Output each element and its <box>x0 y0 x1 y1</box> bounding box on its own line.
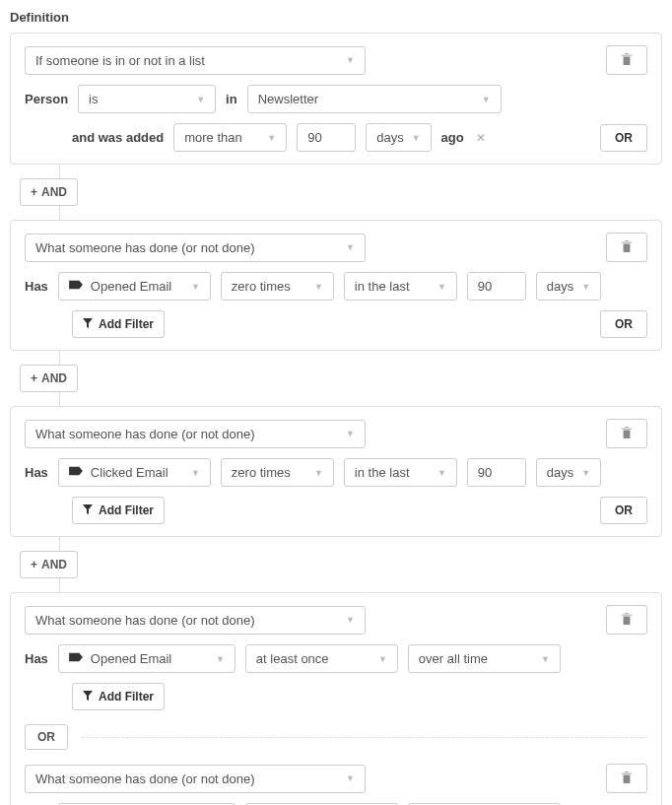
event-label: Opened Email <box>91 279 171 294</box>
unit-label: days <box>376 130 403 145</box>
trash-icon <box>621 771 633 787</box>
filter-icon <box>83 317 93 331</box>
connector-line <box>59 206 60 220</box>
plus-icon: + <box>31 371 37 385</box>
frequency-label: zero times <box>232 279 291 294</box>
tag-icon <box>69 651 83 666</box>
range-label: over all time <box>419 651 488 666</box>
frequency-select[interactable]: zero times ▼ <box>221 458 334 487</box>
in-label: in <box>226 92 237 106</box>
trash-icon <box>621 239 633 256</box>
event-label: Opened Email <box>91 651 171 666</box>
add-filter-button[interactable]: Add Filter <box>72 497 165 524</box>
connector-line <box>59 351 60 365</box>
range-label: in the last <box>355 279 410 294</box>
chevron-down-icon: ▼ <box>216 654 225 664</box>
delete-button[interactable] <box>606 45 647 75</box>
and-button[interactable]: +AND <box>20 178 78 206</box>
chevron-down-icon: ▼ <box>191 282 200 292</box>
condition-type-select[interactable]: What someone has done (or not done) ▼ <box>25 765 366 793</box>
condition-type-label: What someone has done (or not done) <box>35 771 255 786</box>
condition-type-select[interactable]: What someone has done (or not done) ▼ <box>25 420 366 448</box>
chevron-down-icon: ▼ <box>437 468 446 478</box>
delete-button[interactable] <box>606 233 647 262</box>
frequency-select[interactable]: zero times ▼ <box>221 272 334 301</box>
trash-icon <box>621 52 633 69</box>
is-select[interactable]: is ▼ <box>78 85 216 113</box>
added-label: and was added <box>72 130 164 145</box>
connector-line <box>59 392 60 406</box>
chevron-down-icon: ▼ <box>482 95 491 104</box>
range-select[interactable]: in the last ▼ <box>344 458 457 487</box>
chevron-down-icon: ▼ <box>191 468 200 478</box>
add-filter-button[interactable]: Add Filter <box>72 310 165 338</box>
chevron-down-icon: ▼ <box>581 282 590 292</box>
add-filter-button[interactable]: Add Filter <box>72 683 165 710</box>
or-button[interactable]: OR <box>600 310 647 338</box>
delete-button[interactable] <box>606 764 647 793</box>
or-divider: OR <box>25 724 647 750</box>
event-select[interactable]: Opened Email ▼ <box>58 272 211 301</box>
connector-line <box>59 578 60 592</box>
page-title: Definition <box>10 10 662 25</box>
frequency-select[interactable]: at least once ▼ <box>245 644 398 673</box>
value-input[interactable] <box>467 272 526 301</box>
chevron-down-icon: ▼ <box>437 282 446 292</box>
and-button[interactable]: +AND <box>20 365 78 392</box>
event-select[interactable]: Opened Email ▼ <box>58 644 235 673</box>
chevron-down-icon: ▼ <box>314 282 323 292</box>
condition-type-select[interactable]: What someone has done (or not done) ▼ <box>25 234 366 262</box>
comparator-label: more than <box>184 130 242 145</box>
chevron-down-icon: ▼ <box>346 773 355 783</box>
comparator-select[interactable]: more than ▼ <box>173 123 287 152</box>
list-label: Newsletter <box>258 92 318 106</box>
has-label: Has <box>25 465 48 480</box>
condition-type-select[interactable]: If someone is in or not in a list ▼ <box>25 46 366 75</box>
chevron-down-icon: ▼ <box>267 133 276 143</box>
chevron-down-icon: ▼ <box>378 654 387 664</box>
person-label: Person <box>25 92 68 106</box>
unit-select[interactable]: days ▼ <box>536 272 601 301</box>
connector-line <box>59 537 60 551</box>
condition-block-2: What someone has done (or not done) ▼ Ha… <box>10 220 662 351</box>
chevron-down-icon: ▼ <box>196 95 205 104</box>
event-label: Clicked Email <box>91 465 168 480</box>
or-button[interactable]: OR <box>600 497 647 524</box>
unit-label: days <box>547 465 573 480</box>
condition-type-select[interactable]: What someone has done (or not done) ▼ <box>25 606 366 635</box>
unit-select[interactable]: days ▼ <box>366 123 431 152</box>
and-button[interactable]: +AND <box>20 551 78 578</box>
or-button[interactable]: OR <box>600 124 647 152</box>
condition-type-label: What someone has done (or not done) <box>35 427 255 441</box>
unit-label: days <box>547 279 573 294</box>
or-pill-button[interactable]: OR <box>25 724 68 750</box>
range-select[interactable]: in the last ▼ <box>344 272 457 301</box>
range-label: in the last <box>355 465 410 480</box>
chevron-down-icon: ▼ <box>346 242 355 252</box>
divider-line <box>82 737 647 738</box>
trash-icon <box>621 612 633 629</box>
chevron-down-icon: ▼ <box>541 654 550 664</box>
range-select[interactable]: over all time ▼ <box>408 644 561 673</box>
list-select[interactable]: Newsletter ▼ <box>247 85 502 113</box>
filter-icon <box>83 503 93 517</box>
has-label: Has <box>25 651 48 666</box>
chevron-down-icon: ▼ <box>346 429 355 438</box>
chevron-down-icon: ▼ <box>346 615 355 625</box>
is-label: is <box>89 92 98 106</box>
delete-button[interactable] <box>606 419 647 448</box>
condition-block-4: What someone has done (or not done) ▼ Ha… <box>10 592 662 805</box>
chevron-down-icon: ▼ <box>346 55 355 65</box>
delete-button[interactable] <box>606 605 647 635</box>
event-select[interactable]: Clicked Email ▼ <box>58 458 211 487</box>
unit-select[interactable]: days ▼ <box>536 458 601 487</box>
value-input[interactable] <box>297 123 356 152</box>
frequency-label: zero times <box>232 465 291 480</box>
frequency-label: at least once <box>256 651 329 666</box>
close-icon[interactable]: ✕ <box>476 131 486 145</box>
chevron-down-icon: ▼ <box>314 468 323 478</box>
condition-block-1: If someone is in or not in a list ▼ Pers… <box>10 33 662 165</box>
plus-icon: + <box>31 185 37 199</box>
value-input[interactable] <box>467 458 526 487</box>
tag-icon <box>69 465 83 480</box>
